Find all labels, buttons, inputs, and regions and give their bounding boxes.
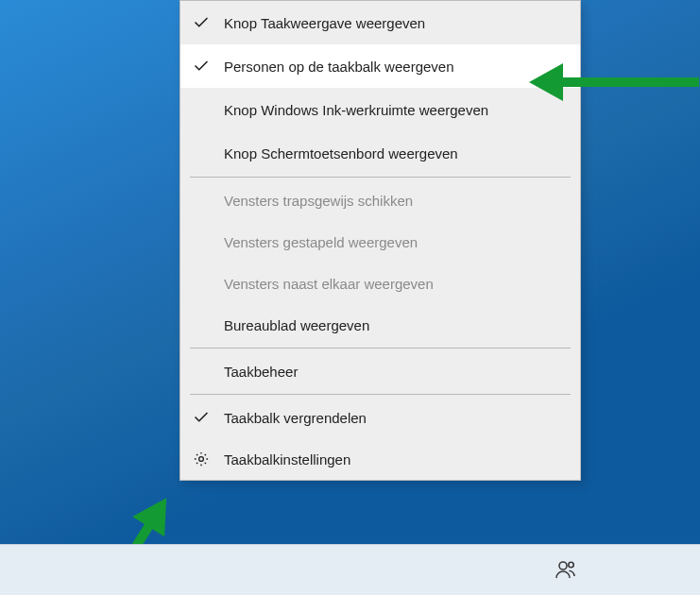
menu-item-task-manager[interactable]: Taakbeheer (180, 350, 580, 392)
menu-separator (190, 348, 571, 348)
arrow-head-icon (529, 63, 563, 101)
menu-item-label: Vensters naast elkaar weergeven (224, 276, 434, 292)
menu-item-show-desktop[interactable]: Bureaublad weergeven (180, 304, 580, 346)
menu-item-label: Knop Windows Ink-werkruimte weergeven (224, 102, 488, 118)
people-icon (555, 558, 577, 581)
check-icon (192, 408, 211, 427)
menu-item-ink-workspace-button[interactable]: Knop Windows Ink-werkruimte weergeven (180, 88, 580, 131)
menu-item-label: Taakbalk vergrendelen (224, 410, 367, 426)
menu-item-label: Bureaublad weergeven (224, 317, 369, 333)
svg-point-1 (569, 562, 573, 567)
menu-item-label: Personen op de taakbalk weergeven (224, 59, 454, 75)
check-icon (192, 13, 211, 32)
menu-item-label: Taakbalkinstellingen (224, 451, 350, 468)
menu-item-lock-taskbar[interactable]: Taakbalk vergrendelen (180, 397, 580, 438)
gear-icon (192, 450, 211, 468)
menu-item-task-view-button[interactable]: Knop Taakweergave weergeven (180, 1, 580, 44)
taskbar-people-button[interactable] (547, 551, 585, 588)
menu-item-label: Knop Taakweergave weergeven (224, 15, 425, 31)
callout-arrow-right (529, 68, 699, 96)
menu-separator (190, 177, 571, 178)
menu-item-stack-windows: Vensters gestapeld weergeven (180, 221, 580, 263)
taskbar[interactable] (0, 544, 700, 595)
menu-item-touch-keyboard-button[interactable]: Knop Schermtoetsenbord weergeven (180, 131, 580, 175)
check-icon (192, 57, 211, 76)
menu-item-label: Knop Schermtoetsenbord weergeven (224, 145, 458, 162)
menu-item-label: Vensters gestapeld weergeven (224, 234, 418, 250)
menu-separator (190, 394, 571, 395)
arrow-shaft (561, 77, 699, 87)
menu-item-taskbar-settings[interactable]: Taakbalkinstellingen (180, 438, 580, 480)
taskbar-context-menu: Knop Taakweergave weergeven Personen op … (179, 0, 581, 481)
menu-item-side-by-side-windows: Vensters naast elkaar weergeven (180, 263, 580, 304)
menu-item-people-on-taskbar[interactable]: Personen op de taakbalk weergeven (180, 44, 580, 88)
menu-item-cascade-windows: Vensters trapsgewijs schikken (180, 179, 580, 221)
svg-point-2 (199, 457, 204, 462)
svg-point-0 (559, 562, 567, 570)
menu-item-label: Taakbeheer (224, 364, 298, 380)
menu-item-label: Vensters trapsgewijs schikken (224, 193, 413, 209)
